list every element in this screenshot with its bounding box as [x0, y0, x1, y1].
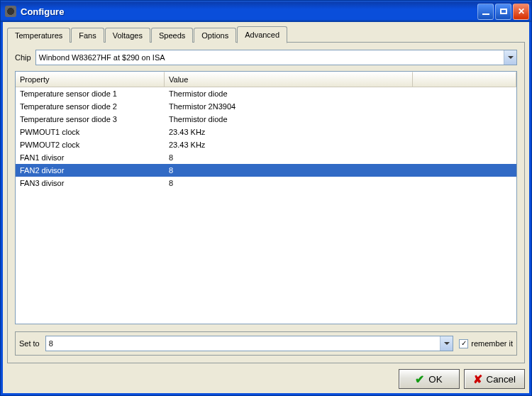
table-cell-value: Thermistor diode: [165, 113, 413, 126]
table-cell-property: Temperature sensor diode 2: [16, 100, 165, 113]
tab-options[interactable]: Options: [194, 28, 236, 43]
window-controls: [477, 4, 529, 20]
tabstrip: TemperaturesFansVoltagesSpeedsOptionsAdv…: [7, 26, 525, 43]
window-title: Configure: [21, 6, 477, 17]
table-cell-value: 23.43 KHz: [165, 126, 413, 138]
tab-voltages[interactable]: Voltages: [105, 28, 150, 43]
close-button[interactable]: [513, 4, 529, 20]
ok-button[interactable]: ✔ OK: [399, 369, 460, 389]
tab-temperatures[interactable]: Temperatures: [7, 28, 70, 43]
table-cell-value: Thermistor 2N3904: [165, 100, 413, 113]
chevron-down-icon: [508, 55, 514, 60]
remember-it-checkbox[interactable]: ✓ remember it: [459, 339, 513, 348]
ok-button-label: OK: [428, 374, 442, 385]
table-cell-value: 8: [165, 151, 413, 164]
column-header-property[interactable]: Property: [16, 72, 165, 87]
table-cell-property: FAN1 divisor: [16, 151, 165, 164]
chip-combo[interactable]: Winbond W83627HF at $290 on ISA: [35, 50, 517, 65]
minimize-button[interactable]: [477, 4, 494, 20]
maximize-button[interactable]: [495, 4, 511, 20]
check-icon: ✔: [415, 373, 424, 386]
cross-icon: ✘: [473, 373, 482, 386]
table-cell-property: Temperature sensor diode 1: [16, 87, 165, 100]
table-cell-property: Temperature sensor diode 3: [16, 113, 165, 126]
table-cell-property: FAN2 divisor: [16, 164, 165, 177]
set-to-combo-dropdown-button[interactable]: [440, 336, 453, 351]
cancel-button[interactable]: ✘ Cancel: [464, 369, 526, 389]
tab-fans[interactable]: Fans: [71, 28, 104, 43]
column-header-filler: [413, 72, 516, 87]
table-cell-value: Thermistor diode: [165, 87, 413, 100]
listview-header: Property Value: [16, 72, 516, 87]
table-row[interactable]: PWMOUT1 clock23.43 KHz: [16, 126, 516, 138]
table-cell-value: 8: [165, 177, 413, 189]
checkbox-box[interactable]: ✓: [459, 339, 468, 348]
set-to-combo[interactable]: 8: [45, 336, 454, 351]
table-cell-property: FAN3 divisor: [16, 177, 165, 189]
chevron-down-icon: [444, 341, 450, 346]
set-to-label: Set to: [19, 339, 40, 348]
client-area: TemperaturesFansVoltagesSpeedsOptionsAdv…: [1, 22, 531, 395]
listview-body[interactable]: Temperature sensor diode 1Thermistor dio…: [16, 87, 516, 324]
property-listview: Property Value Temperature sensor diode …: [15, 71, 517, 324]
chip-combo-dropdown-button[interactable]: [504, 50, 516, 65]
tab-speeds[interactable]: Speeds: [151, 28, 193, 43]
app-icon: [5, 6, 16, 17]
chip-combo-text: Winbond W83627HF at $290 on ISA: [36, 50, 504, 65]
advanced-tab-panel: Chip Winbond W83627HF at $290 on ISA Pro…: [7, 42, 525, 363]
titlebar[interactable]: Configure: [1, 1, 531, 22]
table-cell-value: 23.43 KHz: [165, 138, 413, 151]
table-row[interactable]: Temperature sensor diode 1Thermistor dio…: [16, 87, 516, 100]
table-cell-property: PWMOUT2 clock: [16, 138, 165, 151]
cancel-button-label: Cancel: [487, 374, 516, 385]
table-row[interactable]: Temperature sensor diode 2Thermistor 2N3…: [16, 100, 516, 113]
chip-row: Chip Winbond W83627HF at $290 on ISA: [15, 50, 517, 65]
table-row[interactable]: FAN1 divisor8: [16, 151, 516, 164]
table-cell-property: PWMOUT1 clock: [16, 126, 165, 138]
table-row[interactable]: Temperature sensor diode 3Thermistor dio…: [16, 113, 516, 126]
set-to-row: Set to 8 ✓ remember it: [15, 331, 517, 356]
configure-window: Configure TemperaturesFansVoltagesSpeeds…: [0, 0, 532, 396]
column-header-value[interactable]: Value: [165, 72, 413, 87]
chip-label: Chip: [15, 53, 31, 62]
table-row[interactable]: FAN3 divisor8: [16, 177, 516, 189]
button-bar: ✔ OK ✘ Cancel: [7, 369, 525, 389]
tab-advanced[interactable]: Advanced: [237, 26, 287, 43]
remember-it-label: remember it: [471, 339, 513, 348]
table-cell-value: 8: [165, 164, 413, 177]
table-row[interactable]: FAN2 divisor8: [16, 164, 516, 177]
set-to-combo-text: 8: [46, 336, 440, 351]
table-row[interactable]: PWMOUT2 clock23.43 KHz: [16, 138, 516, 151]
